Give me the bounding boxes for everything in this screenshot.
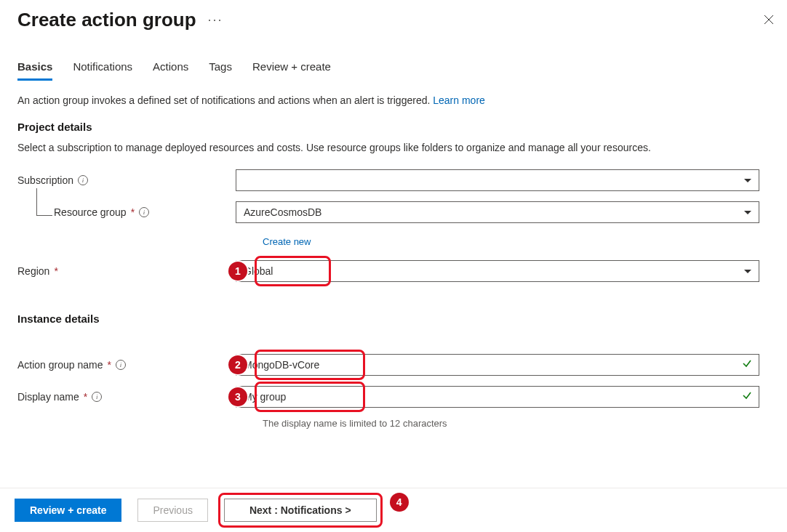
subscription-dropdown[interactable] [236,169,759,191]
resource-group-label: Resource group * i [54,206,236,218]
callout-number-2: 2 [228,355,247,374]
region-label: Region * [17,265,236,277]
chevron-down-icon [744,211,751,214]
resource-group-value: AzureCosmosDB [244,206,321,218]
resource-group-label-text: Resource group [54,206,127,218]
display-name-label-text: Display name [17,391,79,403]
next-notifications-button[interactable]: Next : Notifications > [224,499,377,522]
action-group-name-input-wrap [236,354,759,376]
subscription-row: Subscription i [17,169,770,191]
display-name-input-wrap [236,386,759,408]
close-icon [764,15,774,25]
action-group-name-label: Action group name * i [17,359,236,371]
callout-number-4: 4 [390,493,409,512]
intro-text-body: An action group invokes a defined set of… [17,94,433,106]
display-name-row: Display name * i 3 [17,386,770,408]
tab-actions[interactable]: Actions [153,60,188,81]
subscription-label-text: Subscription [17,174,73,186]
info-icon[interactable]: i [139,207,149,217]
valid-check-icon [742,358,752,371]
region-row: Region * Global 1 [17,260,770,282]
resource-group-dropdown[interactable]: AzureCosmosDB [236,201,759,223]
required-indicator: * [131,206,135,218]
chevron-down-icon [744,270,751,273]
region-value: Global [244,265,273,277]
instance-details-heading: Instance details [17,313,770,325]
display-name-label: Display name * i [17,391,236,403]
tab-notifications[interactable]: Notifications [73,60,132,81]
resource-group-row: Resource group * i AzureCosmosDB [17,201,770,223]
action-group-name-input[interactable] [236,354,759,376]
review-create-button[interactable]: Review + create [15,499,121,522]
tabs-bar: Basics Notifications Actions Tags Review… [0,31,787,81]
project-details-description: Select a subscription to manage deployed… [17,142,770,153]
required-indicator: * [108,359,111,371]
tab-review-create[interactable]: Review + create [252,60,331,81]
valid-check-icon [742,390,752,403]
required-indicator: * [84,391,87,403]
next-button-wrap: Next : Notifications > 4 [224,499,377,522]
region-dropdown[interactable]: Global [236,260,759,282]
info-icon[interactable]: i [92,392,102,402]
intro-text: An action group invokes a defined set of… [17,94,770,106]
callout-number-1: 1 [228,262,247,281]
region-label-text: Region [17,265,49,277]
subscription-label: Subscription i [17,174,236,186]
page-header: Create action group ··· [0,0,787,31]
info-icon[interactable]: i [78,175,88,185]
required-indicator: * [54,265,57,277]
info-icon[interactable]: i [116,360,126,370]
display-name-input[interactable] [236,386,759,408]
nest-indicator [36,188,52,216]
display-name-help: The display name is limited to 12 charac… [263,418,770,429]
callout-number-3: 3 [228,387,247,406]
more-actions-icon[interactable]: ··· [208,12,223,28]
chevron-down-icon [744,179,751,182]
content-area: An action group invokes a defined set of… [0,81,787,429]
action-group-name-row: Action group name * i 2 [17,354,770,376]
page-title: Create action group [17,9,196,31]
action-group-name-label-text: Action group name [17,359,103,371]
tab-basics[interactable]: Basics [17,60,52,81]
footer-bar: Review + create Previous Next : Notifica… [0,488,787,532]
learn-more-link[interactable]: Learn more [433,94,485,106]
create-new-link[interactable]: Create new [263,236,311,247]
previous-button: Previous [137,499,207,522]
close-button[interactable] [764,13,774,28]
tab-tags[interactable]: Tags [209,60,232,81]
project-details-heading: Project details [17,121,770,133]
